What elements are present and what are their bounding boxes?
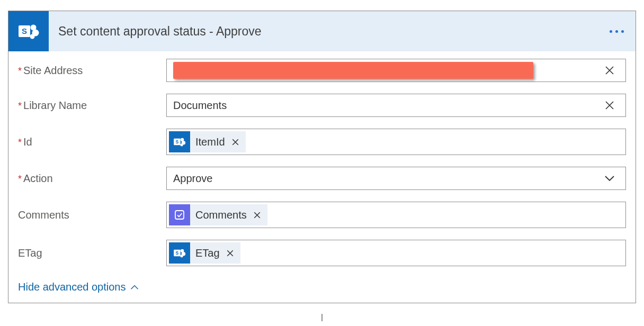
label-id: * Id	[18, 136, 166, 148]
sharepoint-token-icon: S	[169, 131, 190, 152]
close-icon	[226, 249, 234, 257]
token-comments-label: Comments	[190, 209, 252, 221]
label-action: * Action	[18, 173, 166, 185]
svg-text:S: S	[22, 26, 27, 35]
library-name-value: Documents	[172, 99, 599, 112]
sharepoint-icon: S	[8, 11, 49, 51]
action-dropdown-button[interactable]	[599, 173, 620, 184]
comments-input[interactable]: Comments	[166, 202, 626, 228]
card-body: * Site Address * Library Name	[8, 51, 636, 303]
clear-site-address-button[interactable]	[599, 65, 620, 76]
svg-text:S: S	[176, 250, 179, 256]
row-site-address: * Site Address	[18, 59, 626, 82]
label-library-name: * Library Name	[18, 99, 166, 112]
svg-point-15	[180, 255, 183, 257]
etag-input[interactable]: S ETag	[166, 240, 626, 266]
action-card: S Set content approval status - Approve …	[8, 11, 636, 303]
hide-advanced-options-toggle[interactable]: Hide advanced options	[18, 278, 139, 297]
token-itemid-label: ItemId	[190, 136, 230, 148]
required-asterisk-icon: *	[18, 66, 22, 77]
token-etag-label: ETag	[190, 247, 225, 259]
advanced-toggle-label: Hide advanced options	[18, 281, 126, 293]
close-icon	[231, 138, 239, 146]
row-comments: Comments Comments	[18, 202, 626, 228]
chevron-down-icon	[604, 173, 615, 184]
token-comments-remove[interactable]	[252, 211, 267, 219]
required-asterisk-icon: *	[18, 137, 22, 148]
close-icon	[604, 65, 615, 76]
token-itemid-remove[interactable]	[230, 138, 246, 146]
action-select[interactable]: Approve	[166, 167, 626, 190]
label-etag: ETag	[18, 247, 166, 259]
required-asterisk-icon: *	[18, 174, 22, 185]
sharepoint-token-icon: S	[169, 242, 190, 264]
row-action: * Action Approve	[18, 167, 626, 190]
card-menu-button[interactable]	[610, 30, 636, 33]
close-icon	[604, 100, 615, 111]
site-address-input[interactable]	[166, 59, 626, 82]
card-header: S Set content approval status - Approve	[8, 11, 636, 51]
chevron-up-icon	[130, 283, 139, 292]
row-library-name: * Library Name Documents	[18, 94, 626, 117]
card-title: Set content approval status - Approve	[49, 24, 610, 39]
close-icon	[253, 211, 261, 219]
required-asterisk-icon: *	[18, 101, 22, 112]
token-etag-remove[interactable]	[225, 249, 240, 257]
site-address-redacted	[173, 62, 533, 79]
token-comments[interactable]: Comments	[169, 204, 267, 225]
id-input[interactable]: S ItemId	[166, 129, 626, 155]
svg-rect-10	[175, 211, 184, 219]
connector-line	[321, 314, 323, 321]
library-name-input[interactable]: Documents	[166, 94, 626, 117]
label-site-address: * Site Address	[18, 65, 166, 77]
clear-library-name-button[interactable]	[599, 100, 620, 111]
svg-text:S: S	[176, 139, 179, 144]
row-id: * Id S	[18, 129, 626, 155]
approvals-token-icon	[169, 204, 190, 225]
svg-point-9	[180, 143, 183, 146]
token-itemid[interactable]: S ItemId	[169, 131, 246, 152]
token-etag[interactable]: S ETag	[169, 242, 240, 264]
label-comments: Comments	[18, 209, 166, 221]
action-value: Approve	[172, 173, 599, 185]
svg-point-4	[30, 34, 35, 39]
row-etag: ETag S ETag	[18, 240, 626, 266]
